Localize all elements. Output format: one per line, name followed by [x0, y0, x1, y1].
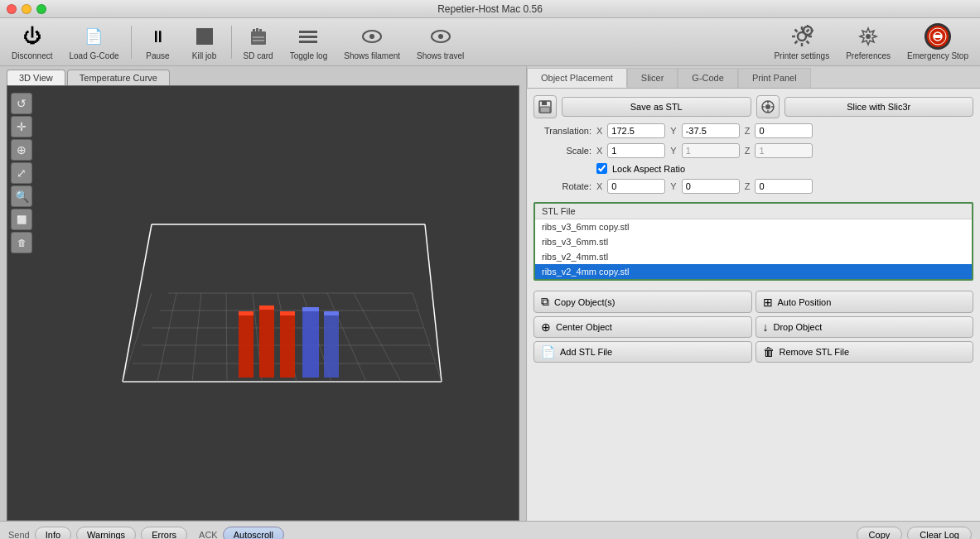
load-gcode-label: Load G-Code — [69, 51, 118, 60]
lock-aspect-checkbox[interactable] — [596, 163, 607, 174]
zoom-in-btn[interactable]: 🔍 — [11, 185, 32, 207]
translation-y-label: Y — [670, 126, 676, 136]
stl-item-0[interactable]: ribs_v3_6mm copy.stl — [535, 219, 972, 234]
svg-rect-59 — [302, 307, 319, 378]
svg-rect-64 — [542, 101, 547, 105]
pause-icon: ⏸ — [145, 23, 171, 50]
move-obj-btn[interactable]: ⊕ — [11, 139, 32, 161]
rotate-z-label: Z — [745, 181, 751, 191]
tab-slicer[interactable]: Slicer — [627, 68, 678, 88]
reset-view-btn[interactable]: ⬜ — [11, 209, 32, 230]
svg-rect-57 — [280, 311, 295, 378]
printer-settings-icon — [789, 23, 815, 50]
load-gcode-icon: 📄 — [80, 23, 107, 50]
rotate-z-input[interactable] — [755, 179, 813, 194]
svg-rect-61 — [324, 311, 339, 378]
save-slice-row: Save as STL Slice with Slic3r — [533, 95, 973, 118]
rotate-row: Rotate: X Y Z — [533, 179, 973, 194]
stl-list-header: STL File — [535, 204, 972, 219]
svg-rect-54 — [239, 311, 253, 315]
svg-point-28 — [866, 34, 871, 39]
maximize-button[interactable] — [36, 4, 46, 14]
toolbar-sd-card[interactable]: SD card — [235, 20, 282, 64]
close-button[interactable] — [7, 4, 17, 14]
svg-rect-56 — [259, 306, 274, 310]
drop-object-button[interactable]: ↓ Drop Object — [756, 316, 974, 338]
toolbar-preferences[interactable]: Preferences — [838, 20, 899, 64]
printer-settings-label: Printer settings — [774, 51, 829, 60]
toolbar-load-gcode[interactable]: 📄 Load G-Code — [60, 20, 127, 64]
stl-item-2[interactable]: ribs_v2_4mm.stl — [535, 249, 972, 264]
toolbar-disconnect[interactable]: ⏻ Disconnect — [3, 20, 60, 64]
scale-y-input[interactable] — [682, 143, 740, 158]
slice-button[interactable]: Slice with Slic3r — [784, 97, 974, 117]
translation-y-input[interactable] — [682, 123, 740, 138]
ack-label: ACK — [199, 530, 218, 539]
info-tab-btn[interactable]: Info — [35, 527, 71, 539]
rotate-x-input[interactable] — [607, 179, 665, 194]
emergency-stop-label: Emergency Stop — [907, 51, 968, 60]
svg-rect-6 — [253, 40, 264, 41]
pan-view-btn[interactable]: ✛ — [11, 116, 32, 137]
rotate-y-input[interactable] — [682, 179, 740, 194]
toolbar-kill-job[interactable]: Kill job — [181, 20, 228, 64]
translation-z-input[interactable] — [755, 123, 813, 138]
svg-rect-60 — [302, 307, 319, 311]
viewport-3d: ↺ ✛ ⊕ ⤢ 🔍 ⬜ 🗑 — [7, 86, 519, 520]
toolbar-emergency-stop[interactable]: Emergency Stop — [899, 20, 977, 64]
toolbar-pause[interactable]: ⏸ Pause — [135, 20, 181, 64]
svg-rect-9 — [299, 41, 317, 43]
rotate-view-btn[interactable]: ↺ — [11, 93, 32, 114]
toolbar-printer-settings[interactable]: Printer settings — [765, 20, 838, 64]
svg-line-21 — [806, 30, 809, 32]
panel-content: Save as STL Slice with Slic3r Translatio… — [527, 89, 980, 369]
tab-g-code[interactable]: G-Code — [678, 68, 738, 88]
scale-obj-btn[interactable]: ⤢ — [11, 162, 32, 184]
scale-x-input[interactable] — [607, 143, 665, 158]
stl-item-3[interactable]: ribs_v2_4mm copy.stl — [535, 264, 972, 279]
minimize-button[interactable] — [22, 4, 31, 14]
title-bar: Repetier-Host Mac 0.56 — [0, 0, 980, 18]
remove-stl-button[interactable]: 🗑 Remove STL File — [756, 341, 974, 363]
tab-object-placement[interactable]: Object Placement — [527, 68, 627, 88]
view-tabs: 3D View Temperature Curve — [0, 66, 526, 85]
toolbar-shows-travel[interactable]: Shows travel — [408, 20, 472, 64]
left-panel: 3D View Temperature Curve ↺ ✛ ⊕ ⤢ 🔍 ⬜ 🗑 — [0, 66, 526, 521]
svg-line-19 — [794, 30, 797, 32]
errors-tab-btn[interactable]: Errors — [141, 527, 187, 539]
add-stl-button[interactable]: 📄 Add STL File — [533, 341, 752, 363]
save-stl-button[interactable]: Save as STL — [562, 97, 751, 117]
tab-print-panel[interactable]: Print Panel — [738, 68, 811, 88]
clear-log-button[interactable]: Clear Log — [907, 527, 972, 539]
stl-file-list: STL File ribs_v3_6mm copy.stl ribs_v3_6m… — [533, 202, 973, 281]
toggle-log-label: Toggle log — [290, 51, 328, 60]
emergency-stop-icon — [924, 23, 951, 50]
shows-filament-label: Shows filament — [344, 51, 400, 60]
copy-objects-icon: ⧉ — [541, 295, 549, 309]
toolbar-shows-filament[interactable]: Shows filament — [336, 20, 408, 64]
auto-position-button[interactable]: ⊞ Auto Position — [756, 291, 974, 313]
preferences-icon — [855, 23, 881, 50]
tab-3d-view[interactable]: 3D View — [7, 70, 65, 85]
copy-objects-button[interactable]: ⧉ Copy Object(s) — [533, 291, 752, 313]
scale-y-label: Y — [670, 146, 676, 156]
tab-temperature-curve[interactable]: Temperature Curve — [67, 70, 170, 85]
copy-button[interactable]: Copy — [857, 527, 903, 539]
autoscroll-btn[interactable]: Autoscroll — [223, 527, 284, 539]
svg-rect-3 — [256, 28, 258, 33]
scale-label: Scale: — [533, 146, 591, 156]
center-object-button[interactable]: ⊕ Center Object — [533, 316, 752, 338]
scale-z-input[interactable] — [755, 143, 813, 158]
toolbar-toggle-log[interactable]: Toggle log — [282, 20, 336, 64]
stl-item-1[interactable]: ribs_v3_6mm.stl — [535, 234, 972, 249]
shows-filament-icon — [359, 23, 385, 50]
slice-settings-icon-btn[interactable] — [756, 95, 780, 118]
translation-x-input[interactable] — [607, 123, 665, 138]
save-stl-icon-btn[interactable] — [533, 95, 557, 118]
toolbar-separator-2 — [231, 26, 232, 59]
svg-point-11 — [369, 34, 374, 39]
svg-rect-8 — [299, 36, 317, 38]
delete-btn[interactable]: 🗑 — [11, 232, 32, 253]
warnings-tab-btn[interactable]: Warnings — [76, 527, 136, 539]
viewport-container[interactable]: ↺ ✛ ⊕ ⤢ 🔍 ⬜ 🗑 — [7, 85, 519, 521]
